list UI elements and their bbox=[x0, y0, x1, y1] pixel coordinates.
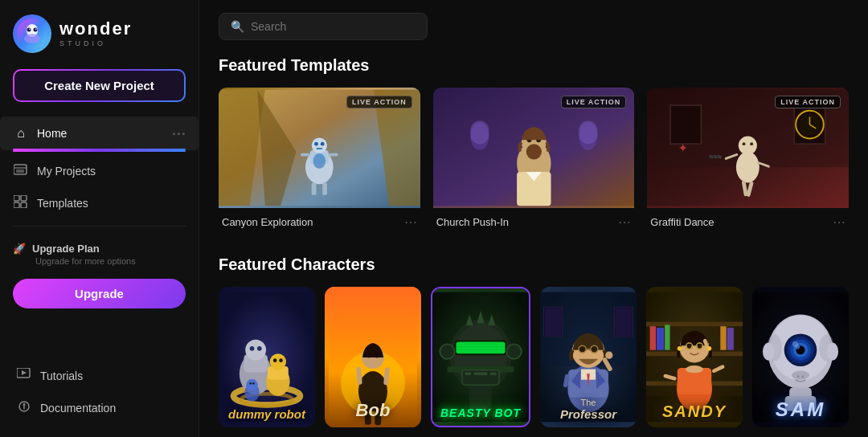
svg-rect-131 bbox=[727, 328, 734, 350]
svg-rect-34 bbox=[470, 120, 489, 144]
nav-item-home[interactable]: ⌂ Home ⋯ bbox=[0, 116, 199, 150]
svg-rect-102 bbox=[490, 372, 496, 375]
nav-item-documentation[interactable]: Documentation bbox=[3, 392, 195, 424]
svg-point-156 bbox=[792, 371, 809, 380]
template-card-graffiti[interactable]: ✦ ≈≈≈ bbox=[647, 88, 849, 233]
svg-point-71 bbox=[273, 358, 277, 362]
svg-point-70 bbox=[270, 353, 286, 370]
svg-rect-94 bbox=[457, 348, 506, 349]
template-card-church[interactable]: LIVE ACTION Church Push-In ⋯ bbox=[433, 88, 635, 233]
tutorials-icon bbox=[16, 368, 32, 384]
char-card-beasty-bot[interactable]: BEASTY BOT bbox=[431, 287, 530, 427]
svg-point-22 bbox=[312, 137, 327, 153]
svg-rect-93 bbox=[457, 345, 506, 345]
sidebar-bottom: Tutorials Documentation bbox=[0, 360, 199, 424]
characters-grid: dummy robot bbox=[219, 287, 849, 427]
logo-avatar bbox=[13, 14, 51, 53]
char-card-sandy[interactable]: SANDY bbox=[646, 287, 743, 427]
svg-point-98 bbox=[506, 344, 521, 358]
church-name: Church Push-In bbox=[436, 216, 509, 228]
svg-point-66 bbox=[250, 346, 255, 351]
upgrade-button[interactable]: Upgrade bbox=[13, 279, 186, 308]
svg-point-86 bbox=[375, 354, 379, 358]
app-name: wonder STUDIO bbox=[59, 20, 132, 47]
svg-marker-14 bbox=[22, 370, 27, 375]
svg-point-76 bbox=[252, 382, 255, 385]
canyon-menu[interactable]: ⋯ bbox=[404, 214, 417, 230]
svg-point-17 bbox=[23, 403, 25, 405]
graffiti-thumbnail: ✦ ≈≈≈ bbox=[647, 88, 849, 208]
svg-point-53 bbox=[739, 137, 757, 155]
featured-characters-title: Featured Characters bbox=[219, 255, 849, 274]
upgrade-section: 🚀 Upgrade Plan Upgrade for more options bbox=[0, 233, 199, 271]
svg-rect-100 bbox=[465, 372, 471, 375]
svg-rect-29 bbox=[312, 182, 317, 194]
documentation-icon bbox=[16, 400, 32, 416]
svg-point-155 bbox=[792, 341, 798, 347]
svg-point-114 bbox=[579, 346, 585, 352]
svg-point-157 bbox=[797, 376, 800, 378]
upgrade-icon: 🚀 bbox=[13, 243, 26, 255]
svg-point-38 bbox=[526, 144, 541, 159]
graffiti-name: Graffiti Dance bbox=[650, 216, 714, 228]
graffiti-menu[interactable]: ⋯ bbox=[833, 214, 845, 230]
svg-point-163 bbox=[763, 343, 775, 361]
char-card-bob[interactable]: Bob bbox=[325, 287, 421, 427]
svg-point-143 bbox=[707, 346, 712, 351]
svg-rect-18 bbox=[23, 406, 25, 410]
svg-point-28 bbox=[313, 153, 326, 169]
search-bar[interactable]: 🔍 bbox=[219, 13, 428, 40]
templates-icon bbox=[13, 195, 29, 211]
char-card-dummy-robot[interactable]: dummy robot bbox=[219, 287, 315, 427]
active-indicator bbox=[13, 150, 186, 152]
home-more-icon[interactable]: ⋯ bbox=[171, 125, 186, 142]
svg-point-4 bbox=[34, 28, 38, 32]
svg-point-52 bbox=[736, 152, 760, 183]
search-input[interactable] bbox=[251, 20, 416, 33]
nav-item-my-projects[interactable]: My Projects bbox=[0, 155, 199, 187]
search-icon: 🔍 bbox=[231, 20, 244, 33]
svg-rect-9 bbox=[14, 195, 19, 201]
featured-templates-title: Featured Templates bbox=[219, 56, 849, 75]
svg-point-97 bbox=[440, 344, 454, 358]
sidebar: wonder STUDIO Create New Project ⌂ Home … bbox=[0, 0, 199, 437]
church-menu[interactable]: ⋯ bbox=[618, 214, 631, 230]
church-thumbnail: LIVE ACTION bbox=[433, 88, 635, 208]
svg-point-67 bbox=[257, 346, 262, 351]
svg-rect-12 bbox=[21, 202, 27, 208]
svg-rect-27 bbox=[329, 153, 338, 157]
svg-point-3 bbox=[27, 28, 31, 32]
svg-point-55 bbox=[751, 142, 754, 145]
svg-rect-8 bbox=[16, 169, 24, 173]
app-logo: wonder STUDIO bbox=[0, 0, 199, 69]
svg-rect-25 bbox=[316, 148, 322, 149]
svg-point-6 bbox=[35, 28, 37, 30]
nav-item-templates[interactable]: Templates bbox=[0, 187, 199, 219]
svg-point-74 bbox=[246, 379, 258, 391]
char-card-the-professor[interactable]: The Professor bbox=[540, 287, 637, 427]
svg-point-54 bbox=[743, 142, 746, 145]
svg-point-115 bbox=[592, 346, 597, 352]
svg-rect-127 bbox=[650, 326, 656, 350]
svg-text:✦: ✦ bbox=[678, 142, 687, 154]
svg-rect-10 bbox=[21, 195, 27, 201]
create-project-button[interactable]: Create New Project bbox=[13, 69, 186, 102]
projects-icon bbox=[13, 163, 29, 179]
svg-rect-30 bbox=[322, 182, 327, 194]
nav-item-tutorials[interactable]: Tutorials bbox=[3, 360, 195, 392]
svg-point-65 bbox=[245, 340, 266, 361]
svg-point-158 bbox=[801, 376, 804, 378]
template-card-canyon[interactable]: LIVE ACTION Canyon Exploration ⋯ bbox=[219, 88, 420, 233]
char-card-sam[interactable]: SAM bbox=[752, 287, 849, 427]
nav-divider bbox=[13, 226, 186, 227]
svg-point-142 bbox=[678, 346, 682, 351]
svg-rect-44 bbox=[670, 105, 702, 144]
featured-characters-section: Featured Characters bbox=[219, 255, 849, 427]
svg-point-136 bbox=[687, 344, 692, 349]
canyon-name: Canyon Exploration bbox=[222, 216, 313, 228]
svg-point-85 bbox=[367, 354, 371, 358]
svg-rect-124 bbox=[646, 322, 743, 327]
svg-rect-101 bbox=[474, 372, 488, 375]
svg-rect-109 bbox=[615, 308, 632, 336]
svg-rect-130 bbox=[720, 326, 726, 350]
